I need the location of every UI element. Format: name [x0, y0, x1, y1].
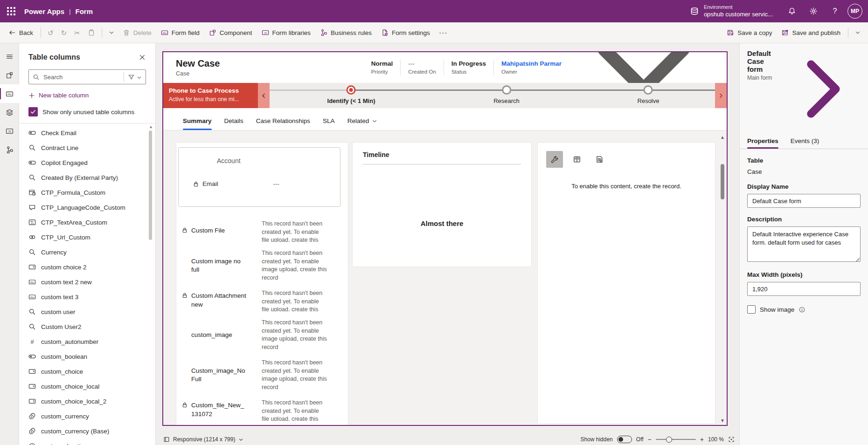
show-unused-checkbox-row[interactable]: Show only unused table columns	[28, 107, 146, 116]
table-column-item[interactable]: custom_choice_local_2	[28, 394, 155, 409]
panel-scrollbar[interactable]: ▲	[149, 125, 153, 240]
table-column-item[interactable]: Contract Line	[28, 140, 155, 155]
rail-item-table-columns[interactable]: Abc	[0, 84, 19, 103]
rail-item-business-rules[interactable]	[0, 140, 19, 159]
table-column-item[interactable]: Abcdef CTP_TextArea_Custom	[28, 215, 155, 230]
header-field[interactable]: In Progress Status	[444, 60, 494, 76]
checkbox-checked[interactable]	[28, 107, 38, 116]
bpf-prev-button[interactable]	[258, 83, 270, 108]
document-tool-button[interactable]	[591, 151, 608, 168]
command-bar-item[interactable]: Form settings	[376, 25, 435, 40]
book-tool-button[interactable]	[569, 151, 585, 168]
account-card[interactable]: Account Email ---	[178, 147, 340, 207]
close-panel-button[interactable]	[136, 51, 149, 64]
command-bar-item[interactable]: Business rules	[315, 25, 376, 40]
table-column-item[interactable]: $ custom_currency (Base)	[28, 424, 155, 438]
redo-button[interactable]: ↻	[57, 25, 71, 40]
table-column-item[interactable]: custom_duration	[28, 438, 155, 445]
table-column-item[interactable]: custom_choice_local	[28, 379, 155, 394]
form-tab[interactable]: Details	[224, 117, 243, 130]
help-button[interactable]: ?	[824, 0, 846, 22]
save-options-dropdown[interactable]	[851, 25, 864, 40]
form-tab[interactable]: SLA	[323, 117, 335, 130]
form-field-row[interactable]: Custom_file_New_131072 This record hasn'…	[181, 399, 340, 421]
bpf-stage[interactable]: Research	[493, 83, 520, 104]
properties-panel-tab[interactable]: Properties	[747, 137, 778, 149]
undo-button[interactable]: ↺	[44, 25, 57, 40]
zoom-slider[interactable]	[656, 439, 696, 440]
bpf-stage[interactable]: Identify (< 1 Min)	[327, 83, 375, 104]
table-column-item[interactable]: custom_boolean	[28, 349, 155, 364]
table-column-item[interactable]: Copilot Engaged	[28, 155, 155, 170]
more-commands-button[interactable]: ···	[435, 29, 453, 36]
content-widget-section[interactable]: To enable this content, create the recor…	[537, 142, 715, 424]
header-field[interactable]: Normal Priority	[364, 60, 401, 76]
cut-button[interactable]: ✂	[70, 25, 84, 40]
general-section[interactable]: Account Email --- Custom File This recor…	[176, 142, 348, 425]
table-column-item[interactable]: custom choice 2	[28, 260, 155, 274]
table-column-item[interactable]: Abc custom text 3	[28, 289, 155, 304]
form-canvas[interactable]: New Case Case Normal Priority --- Create…	[162, 51, 728, 426]
table-column-item[interactable]: CTP_Url_Custom	[28, 230, 155, 245]
environment-picker[interactable]: Environment opshub customer servic...	[681, 0, 781, 22]
avatar[interactable]: MP	[847, 4, 862, 19]
form-field-row[interactable]: Custom image no full This record hasn't …	[181, 249, 340, 282]
save-and-publish-button[interactable]: Save and publish	[777, 25, 845, 40]
header-field[interactable]: Mahipatsinh Parmar Owner	[494, 60, 569, 76]
responsive-size-selector[interactable]: Responsive (1214 x 799)	[163, 436, 243, 443]
table-column-item[interactable]: custom_choice	[28, 364, 155, 379]
command-bar-item[interactable]: Component	[204, 25, 257, 40]
info-icon[interactable]	[799, 306, 806, 313]
display-name-input[interactable]	[747, 194, 861, 208]
header-field-value[interactable]: Mahipatsinh Parmar	[501, 60, 562, 68]
fit-to-screen-button[interactable]	[728, 436, 735, 443]
paste-button[interactable]	[84, 25, 99, 40]
form-tab[interactable]: Case Relationships	[256, 117, 310, 130]
zoom-out-button[interactable]: −	[648, 436, 652, 443]
header-field[interactable]: --- Created On	[401, 60, 444, 76]
command-bar-item[interactable]: JS Form libraries	[257, 25, 316, 40]
table-column-item[interactable]: Check Email	[28, 125, 155, 140]
timeline-section[interactable]: Timeline Almost there	[352, 142, 532, 267]
table-column-item[interactable]: Custom User2	[28, 319, 155, 334]
form-header[interactable]: New Case Case Normal Priority --- Create…	[163, 52, 727, 83]
bpf-next-button[interactable]	[715, 83, 727, 108]
checkbox-unchecked[interactable]	[747, 305, 756, 314]
scrollbar-thumb[interactable]	[149, 130, 152, 240]
table-column-item[interactable]: CTP_Formula_Custom	[28, 185, 155, 200]
app-launcher-icon[interactable]	[0, 0, 22, 22]
description-textarea[interactable]: Default Interactive experience Case form…	[747, 226, 861, 262]
table-column-item[interactable]: $ custom_currency	[28, 409, 155, 424]
show-image-checkbox-row[interactable]: Show image	[747, 305, 861, 314]
settings-button[interactable]	[803, 0, 824, 22]
form-field-row[interactable]: custom_image This record hasn't been cre…	[181, 319, 340, 351]
form-field-row[interactable]: Custom_image_NoFull This record hasn't b…	[181, 359, 340, 391]
form-tab[interactable]: Summary	[183, 117, 212, 130]
table-column-item[interactable]: Abc custom text 2 new	[28, 274, 155, 289]
command-bar-item[interactable]: Abc Form field	[156, 25, 204, 40]
rail-item-form-libraries[interactable]: JS	[0, 122, 19, 140]
rail-item-components[interactable]	[0, 66, 19, 84]
table-column-item[interactable]: Currency	[28, 245, 155, 260]
show-hidden-toggle[interactable]	[617, 436, 632, 443]
table-column-item[interactable]: custom user	[28, 304, 155, 319]
search-input[interactable]	[43, 74, 124, 81]
bpf-stage[interactable]: Resolve	[638, 83, 660, 104]
properties-panel-tab[interactable]: Events (3)	[791, 137, 819, 149]
back-button[interactable]: Back	[4, 25, 38, 40]
max-width-input[interactable]	[747, 282, 861, 296]
form-tab[interactable]: Related	[347, 117, 378, 130]
filter-button[interactable]	[124, 74, 146, 81]
email-field-row[interactable]: Email ---	[193, 180, 331, 187]
table-column-item[interactable]: # custom_autonumber	[28, 334, 155, 349]
scrollbar-thumb[interactable]	[721, 164, 724, 199]
app-title[interactable]: Power Apps	[24, 7, 64, 15]
scroll-up-icon[interactable]: ▲	[720, 135, 725, 140]
rail-item-menu[interactable]	[0, 47, 19, 66]
new-table-column-button[interactable]: New table column	[28, 92, 146, 99]
bpf-name-box[interactable]: Phone to Case Process Active for less th…	[163, 83, 258, 108]
zoom-in-button[interactable]: +	[700, 436, 704, 443]
form-field-row[interactable]: Custom File This record hasn't been crea…	[181, 220, 340, 242]
wrench-tool-button[interactable]	[546, 151, 563, 168]
scroll-down-icon[interactable]: ▼	[720, 418, 725, 423]
